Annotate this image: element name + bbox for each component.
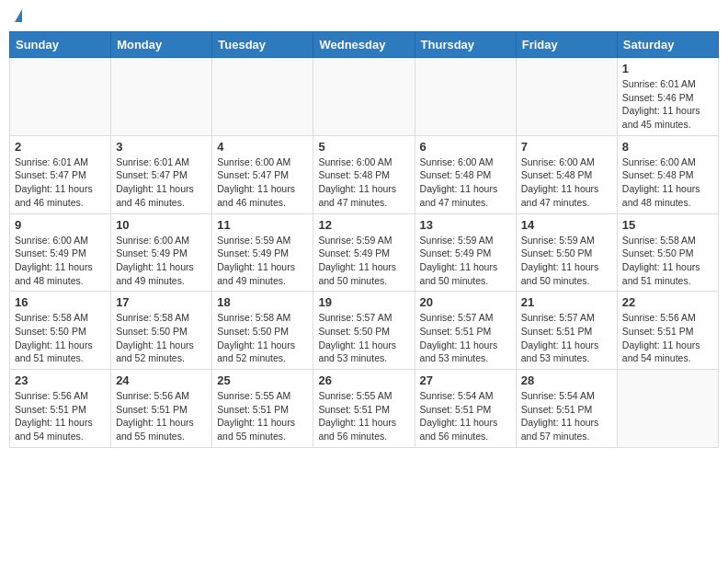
calendar-header-row: SundayMondayTuesdayWednesdayThursdayFrid… [10,32,719,58]
weekday-header-thursday: Thursday [415,32,516,58]
day-number: 3 [116,140,207,154]
day-number: 24 [116,373,207,387]
calendar-cell: 23Sunrise: 5:56 AM Sunset: 5:51 PM Dayli… [10,370,111,448]
calendar-cell: 20Sunrise: 5:57 AM Sunset: 5:51 PM Dayli… [415,292,516,370]
calendar-cell: 28Sunrise: 5:54 AM Sunset: 5:51 PM Dayli… [516,370,617,448]
calendar-cell: 18Sunrise: 5:58 AM Sunset: 5:50 PM Dayli… [212,292,313,370]
calendar-week-0: 1Sunrise: 6:01 AM Sunset: 5:46 PM Daylig… [10,58,719,136]
calendar-cell: 3Sunrise: 6:01 AM Sunset: 5:47 PM Daylig… [111,135,212,213]
day-number: 2 [15,140,106,154]
calendar-cell: 6Sunrise: 6:00 AM Sunset: 5:48 PM Daylig… [415,135,516,213]
day-info: Sunrise: 5:57 AM Sunset: 5:51 PM Dayligh… [521,311,612,365]
calendar-cell: 19Sunrise: 5:57 AM Sunset: 5:50 PM Dayli… [313,292,415,370]
day-number: 5 [318,140,409,154]
day-number: 4 [217,140,308,154]
day-info: Sunrise: 6:00 AM Sunset: 5:48 PM Dayligh… [420,155,511,210]
day-number: 13 [420,218,511,232]
calendar-cell: 10Sunrise: 6:00 AM Sunset: 5:49 PM Dayli… [111,213,212,292]
calendar-cell [617,370,718,448]
calendar-cell [415,58,516,136]
day-info: Sunrise: 5:59 AM Sunset: 5:49 PM Dayligh… [420,234,511,288]
calendar-cell: 16Sunrise: 5:58 AM Sunset: 5:50 PM Dayli… [10,292,111,370]
day-number: 16 [15,295,106,309]
day-number: 18 [217,295,308,309]
calendar-week-1: 2Sunrise: 6:01 AM Sunset: 5:47 PM Daylig… [10,135,719,213]
day-number: 17 [116,295,207,309]
calendar-cell: 25Sunrise: 5:55 AM Sunset: 5:51 PM Dayli… [212,370,313,448]
day-number: 14 [521,218,612,232]
day-number: 1 [622,62,713,75]
day-number: 9 [15,218,106,232]
day-info: Sunrise: 6:00 AM Sunset: 5:49 PM Dayligh… [116,234,207,288]
calendar-cell: 7Sunrise: 6:00 AM Sunset: 5:48 PM Daylig… [516,135,617,213]
day-number: 21 [521,295,612,309]
day-info: Sunrise: 5:58 AM Sunset: 5:50 PM Dayligh… [116,311,207,365]
calendar-cell: 1Sunrise: 6:01 AM Sunset: 5:46 PM Daylig… [617,58,718,136]
calendar-week-4: 23Sunrise: 5:56 AM Sunset: 5:51 PM Dayli… [10,370,719,448]
day-info: Sunrise: 5:59 AM Sunset: 5:49 PM Dayligh… [318,234,409,288]
logo [13,9,22,24]
weekday-header-wednesday: Wednesday [313,32,415,58]
day-number: 12 [318,218,409,232]
logo-triangle-icon [15,9,22,22]
calendar-cell: 22Sunrise: 5:56 AM Sunset: 5:51 PM Dayli… [617,292,718,370]
calendar-week-2: 9Sunrise: 6:00 AM Sunset: 5:49 PM Daylig… [10,213,719,292]
day-info: Sunrise: 5:56 AM Sunset: 5:51 PM Dayligh… [15,389,106,443]
calendar-cell: 14Sunrise: 5:59 AM Sunset: 5:50 PM Dayli… [516,213,617,292]
calendar-cell: 5Sunrise: 6:00 AM Sunset: 5:48 PM Daylig… [313,135,415,213]
day-info: Sunrise: 6:01 AM Sunset: 5:46 PM Dayligh… [622,77,713,132]
calendar-cell: 15Sunrise: 5:58 AM Sunset: 5:50 PM Dayli… [617,213,718,292]
day-number: 19 [318,295,409,309]
day-info: Sunrise: 5:56 AM Sunset: 5:51 PM Dayligh… [116,389,207,443]
calendar-cell: 17Sunrise: 5:58 AM Sunset: 5:50 PM Dayli… [111,292,212,370]
weekday-header-saturday: Saturday [617,32,718,58]
day-info: Sunrise: 5:57 AM Sunset: 5:51 PM Dayligh… [420,311,511,365]
day-info: Sunrise: 6:00 AM Sunset: 5:47 PM Dayligh… [217,155,308,210]
weekday-header-friday: Friday [516,32,617,58]
weekday-header-monday: Monday [111,32,212,58]
day-info: Sunrise: 5:54 AM Sunset: 5:51 PM Dayligh… [521,389,612,443]
day-info: Sunrise: 6:01 AM Sunset: 5:47 PM Dayligh… [116,155,207,210]
day-number: 27 [420,373,511,387]
day-info: Sunrise: 5:56 AM Sunset: 5:51 PM Dayligh… [622,311,713,365]
day-number: 20 [420,295,511,309]
calendar-cell: 27Sunrise: 5:54 AM Sunset: 5:51 PM Dayli… [415,370,516,448]
calendar-cell: 12Sunrise: 5:59 AM Sunset: 5:49 PM Dayli… [313,213,415,292]
day-info: Sunrise: 5:59 AM Sunset: 5:49 PM Dayligh… [217,234,308,288]
calendar-cell: 11Sunrise: 5:59 AM Sunset: 5:49 PM Dayli… [212,213,313,292]
calendar-cell [212,58,313,136]
day-info: Sunrise: 5:58 AM Sunset: 5:50 PM Dayligh… [15,311,106,365]
day-info: Sunrise: 6:00 AM Sunset: 5:48 PM Dayligh… [521,155,612,210]
day-number: 10 [116,218,207,232]
calendar-cell: 24Sunrise: 5:56 AM Sunset: 5:51 PM Dayli… [111,370,212,448]
calendar-cell: 2Sunrise: 6:01 AM Sunset: 5:47 PM Daylig… [10,135,111,213]
day-number: 26 [318,373,409,387]
calendar-cell [10,58,111,136]
day-number: 28 [521,373,612,387]
weekday-header-sunday: Sunday [10,32,111,58]
day-info: Sunrise: 5:58 AM Sunset: 5:50 PM Dayligh… [622,234,713,288]
calendar-cell: 9Sunrise: 6:00 AM Sunset: 5:49 PM Daylig… [10,213,111,292]
day-info: Sunrise: 5:58 AM Sunset: 5:50 PM Dayligh… [217,311,308,365]
day-info: Sunrise: 5:57 AM Sunset: 5:50 PM Dayligh… [318,311,409,365]
calendar-table: SundayMondayTuesdayWednesdayThursdayFrid… [9,31,719,448]
day-number: 6 [420,140,511,154]
day-number: 22 [622,295,713,309]
calendar-cell: 21Sunrise: 5:57 AM Sunset: 5:51 PM Dayli… [516,292,617,370]
calendar-cell [516,58,617,136]
calendar-cell: 13Sunrise: 5:59 AM Sunset: 5:49 PM Dayli… [415,213,516,292]
day-info: Sunrise: 6:00 AM Sunset: 5:48 PM Dayligh… [318,155,409,210]
calendar-cell: 8Sunrise: 6:00 AM Sunset: 5:48 PM Daylig… [617,135,718,213]
day-info: Sunrise: 5:55 AM Sunset: 5:51 PM Dayligh… [217,389,308,443]
page-header [9,9,719,24]
day-info: Sunrise: 5:54 AM Sunset: 5:51 PM Dayligh… [420,389,511,443]
day-info: Sunrise: 5:59 AM Sunset: 5:50 PM Dayligh… [521,234,612,288]
day-number: 25 [217,373,308,387]
weekday-header-tuesday: Tuesday [212,32,313,58]
day-number: 15 [622,218,713,232]
day-info: Sunrise: 6:00 AM Sunset: 5:48 PM Dayligh… [622,155,713,210]
day-number: 7 [521,140,612,154]
calendar-week-3: 16Sunrise: 5:58 AM Sunset: 5:50 PM Dayli… [10,292,719,370]
day-number: 23 [15,373,106,387]
calendar-cell [111,58,212,136]
